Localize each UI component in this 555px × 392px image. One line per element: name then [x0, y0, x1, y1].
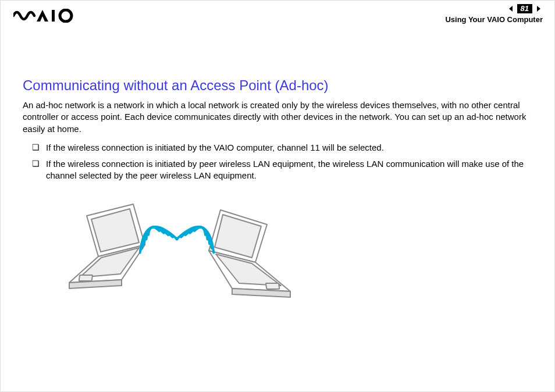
- svg-rect-0: [52, 10, 55, 22]
- header-nav: 81 Using Your VAIO Computer: [445, 4, 543, 24]
- adhoc-illustration-icon: [46, 193, 531, 305]
- svg-point-1: [60, 10, 72, 22]
- page-header: 81 Using Your VAIO Computer: [1, 1, 554, 38]
- svg-rect-3: [266, 283, 279, 289]
- section-title: Using Your VAIO Computer: [445, 15, 543, 24]
- bullet-list: If the wireless connection is initiated …: [23, 142, 531, 182]
- intro-paragraph: An ad-hoc network is a network in which …: [23, 99, 531, 135]
- page-content: Communicating without an Access Point (A…: [1, 38, 554, 305]
- list-item: If the wireless connection is initiated …: [38, 142, 531, 154]
- next-page-arrow-icon[interactable]: [535, 5, 543, 13]
- page-number: 81: [517, 4, 532, 13]
- prev-page-arrow-icon[interactable]: [507, 5, 515, 13]
- svg-rect-2: [79, 275, 92, 281]
- list-item: If the wireless connection is initiated …: [38, 158, 531, 182]
- vaio-logo-icon: [13, 9, 76, 25]
- content-heading: Communicating without an Access Point (A…: [23, 77, 531, 94]
